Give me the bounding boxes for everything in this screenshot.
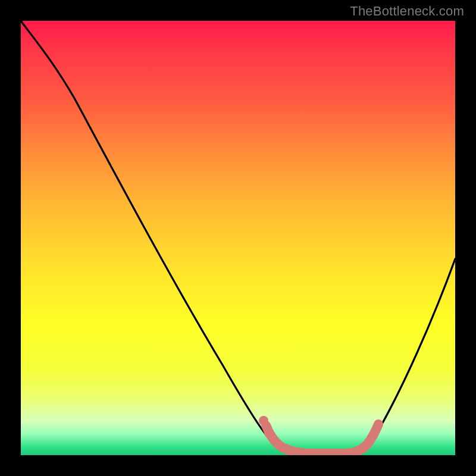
highlight-dot-icon	[259, 416, 268, 425]
plot-area	[21, 21, 455, 455]
curve-layer	[21, 21, 455, 455]
chart-frame: TheBottleneck.com	[0, 0, 476, 476]
bottleneck-curve	[21, 21, 455, 452]
highlight-dot-icon	[264, 428, 274, 438]
watermark-text: TheBottleneck.com	[350, 4, 464, 19]
optimal-region-highlight	[266, 424, 378, 453]
